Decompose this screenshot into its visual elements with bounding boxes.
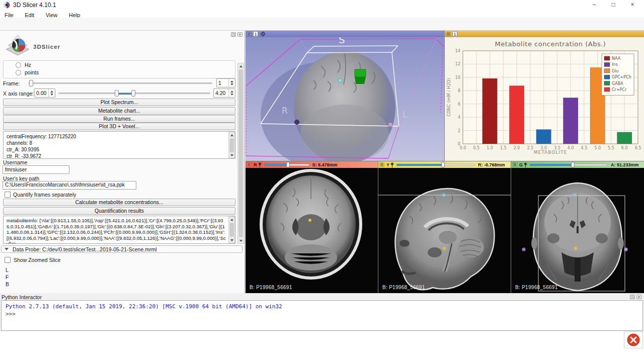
- radio-points[interactable]: [16, 70, 21, 75]
- yellow-slice-offset-slider[interactable]: [396, 162, 475, 167]
- close-panel-icon[interactable]: ✕: [237, 32, 243, 37]
- close-console-icon[interactable]: ✕: [636, 295, 641, 299]
- python-prompt: >>>: [6, 311, 16, 317]
- radio-hz[interactable]: [16, 62, 21, 68]
- view-menu-icon[interactable]: [446, 32, 451, 36]
- close-button[interactable]: ×: [623, 0, 642, 10]
- svg-text:2: 2: [458, 129, 460, 133]
- orientation-label-f: F: [6, 274, 9, 280]
- chart-view-canvas[interactable]: 0.00.51.01.52.02.53.03.54.04.55.05.56.06…: [445, 37, 644, 161]
- run-frames-button[interactable]: Run frames...: [3, 115, 235, 123]
- svg-text:Cr+PCr: Cr+PCr: [612, 87, 627, 92]
- red-slice-bar: R S: 6.478mm: [246, 161, 378, 168]
- green-slice-offset-slider[interactable]: [530, 162, 608, 167]
- svg-text:CONC (mM / H2O): CONC (mM / H2O): [446, 78, 451, 117]
- info-scrollbar[interactable]: [228, 132, 235, 158]
- view-menu-icon[interactable]: [247, 162, 252, 167]
- data-probe-collapsible[interactable]: Data Probe: C:/dev/0.test/slicerTest...2…: [1, 245, 243, 253]
- username-label: Username: [3, 159, 27, 165]
- info-line: centralFrequency: 1277125220: [7, 133, 227, 140]
- fiducial-marker: [443, 247, 446, 250]
- x-axis-range-label: X axis range:: [3, 90, 34, 97]
- svg-text:GABA: GABA: [612, 81, 623, 86]
- roi-handle-right[interactable]: [388, 123, 393, 127]
- frame-label: Frame:: [3, 80, 20, 86]
- calculate-concentrations-button[interactable]: Calculate metabolite concentrations...: [3, 199, 235, 206]
- yellow-slice-bar: Y R: -0.768mm: [378, 161, 511, 168]
- plot-spectrum-button[interactable]: Plot Spectrum...: [3, 99, 235, 106]
- roi-handle: [522, 248, 526, 251]
- metabolite-info-textarea[interactable]: metaboliteInfo: {'Ala':[(0.913,1.55,0.10…: [3, 216, 235, 244]
- python-banner: Python 2.7.13 (default, Jan 15 2019, 22:…: [6, 303, 282, 310]
- volume-label: B: P19968_56691: [382, 285, 425, 290]
- username-input[interactable]: fmrsiuser: [3, 165, 69, 174]
- menubar: File Edit View Help: [0, 10, 644, 18]
- svg-text:Ins: Ins: [612, 62, 618, 67]
- roi-handle: [624, 248, 628, 251]
- header-info-textarea[interactable]: centralFrequency: 1277125220 channels: 8…: [3, 131, 235, 159]
- svg-text:NAA: NAA: [612, 56, 621, 61]
- svg-text:2.5: 2.5: [527, 146, 533, 150]
- info-line: ctr_R: -33.9672: [7, 153, 227, 159]
- undock-panel-icon[interactable]: ◳: [231, 32, 236, 37]
- axis-label-superior: S: [339, 37, 345, 46]
- view-menu-icon[interactable]: [247, 32, 252, 36]
- svg-text:GPC+PCh: GPC+PCh: [612, 75, 631, 79]
- sagittal-slice-image: [378, 168, 511, 293]
- orientation-label-l: L: [6, 267, 9, 273]
- threeD-view-badge: 1: [253, 31, 258, 37]
- x-axis-min-value: 0.00: [35, 89, 48, 97]
- show-zoomed-slice-checkbox[interactable]: [5, 257, 11, 263]
- view-pin-icon[interactable]: [260, 31, 266, 37]
- green-slice-bar: G A: 51.233mm: [511, 161, 644, 168]
- status-area: [0, 331, 644, 362]
- svg-text:METABOLITE: METABOLITE: [534, 150, 567, 155]
- keypath-input[interactable]: C:\Users\FranciscoMarcano\.ssh\fmrsiuser…: [3, 181, 136, 190]
- x-axis-range-slider[interactable]: [58, 89, 210, 97]
- frame-value: 1: [217, 79, 228, 87]
- x-axis-min-spinbox[interactable]: 0.00: [34, 88, 55, 98]
- plot-3d-voxel-button[interactable]: Plot 3D + Voxel...: [3, 123, 235, 130]
- x-axis-max-spinbox[interactable]: 4.20: [213, 88, 235, 98]
- view-menu-icon[interactable]: [379, 162, 384, 167]
- roi-handle-left[interactable]: [295, 120, 299, 125]
- fiducial-marker: [308, 219, 311, 222]
- quantification-results-button[interactable]: Quantification results: [3, 207, 235, 215]
- panel-scrollbar[interactable]: [237, 63, 244, 244]
- threeD-view-bar: 1: [246, 31, 444, 37]
- quantify-frames-checkbox[interactable]: [5, 192, 11, 198]
- red-slice-offset-slider[interactable]: [264, 162, 309, 167]
- python-console[interactable]: Python 2.7.13 (default, Jan 15 2019, 22:…: [1, 300, 643, 331]
- green-slice-offset: A: 51.233mm: [611, 162, 639, 167]
- red-slice-offset: S: 6.478mm: [312, 162, 338, 167]
- error-log-button[interactable]: [624, 331, 643, 348]
- metabolite-chart-button[interactable]: Metabolite chart...: [3, 107, 235, 115]
- maximize-button[interactable]: □: [604, 0, 623, 10]
- minimize-button[interactable]: –: [585, 0, 604, 10]
- pin-icon[interactable]: [258, 162, 262, 167]
- fiducial-point[interactable]: [338, 78, 342, 82]
- frame-slider[interactable]: [28, 79, 212, 87]
- yellow-slice-canvas[interactable]: B: P19968_56691: [378, 168, 511, 293]
- metabolite-info-scrollbar[interactable]: [228, 216, 235, 243]
- window-title: 3D Slicer 4.10.1: [13, 2, 56, 9]
- volume-label: B: P19968_56691: [515, 285, 558, 290]
- fiducial-marker: [574, 194, 577, 197]
- view-menu-icon[interactable]: [512, 162, 517, 167]
- threeD-view-canvas[interactable]: S R L: [246, 37, 444, 161]
- svg-text:0.5: 0.5: [473, 146, 479, 150]
- error-close-icon: [627, 333, 640, 346]
- voxel-marker[interactable]: [355, 69, 366, 77]
- pin-icon[interactable]: [390, 162, 394, 167]
- bar-GPC+PCh: [536, 130, 551, 144]
- bar-GABA: [617, 132, 632, 144]
- fiducial-marker: [442, 194, 445, 197]
- toolbar: DATA DCM SAVE Modules: PFileParser: [0, 18, 644, 31]
- undock-console-icon[interactable]: ◳: [630, 295, 635, 299]
- green-slice-canvas[interactable]: B: P19968_56691: [511, 168, 644, 293]
- svg-text:0.0: 0.0: [460, 146, 466, 150]
- pin-icon[interactable]: [524, 162, 527, 167]
- svg-text:Metabolite concentration (Abs.: Metabolite concentration (Abs.): [495, 40, 606, 48]
- frame-spinbox[interactable]: 1: [216, 78, 235, 87]
- red-slice-canvas[interactable]: B: P19968_56691: [246, 168, 378, 293]
